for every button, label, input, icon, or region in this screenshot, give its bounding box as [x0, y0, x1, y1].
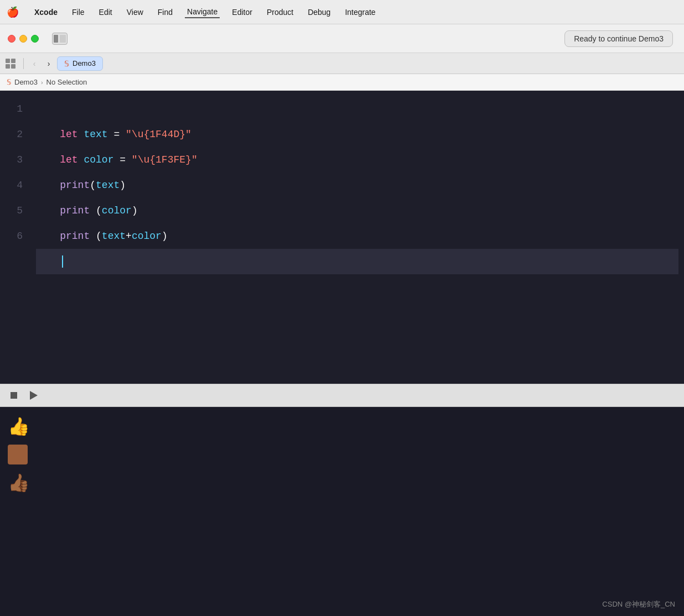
menu-find[interactable]: Find: [156, 7, 175, 18]
breadcrumb-separator: ›: [41, 79, 43, 86]
menu-xcode[interactable]: Xcode: [32, 7, 60, 18]
sidebar-toggle-icon: [54, 35, 66, 43]
text-cursor: [62, 255, 63, 268]
close-button[interactable]: [8, 35, 15, 43]
output-color-swatch: [8, 445, 28, 464]
breadcrumb: 𝕊 Demo3 › No Selection: [0, 74, 684, 91]
code-line-6: print (text+color): [36, 223, 678, 249]
line-number-6: 6: [0, 223, 23, 249]
play-icon: [30, 391, 38, 400]
continue-button[interactable]: [28, 389, 40, 401]
tab-demo3[interactable]: 𝕊 Demo3: [57, 56, 103, 71]
tab-bar: ‹ › 𝕊 Demo3: [0, 53, 684, 74]
watermark: CSDN @神秘剑客_CN: [602, 599, 675, 609]
line-numbers: 1 2 3 4 5 6: [0, 96, 30, 378]
swift-file-icon: 𝕊: [64, 59, 69, 68]
stop-icon: [11, 392, 17, 399]
forward-button[interactable]: ›: [43, 58, 55, 70]
code-line-1: [36, 96, 678, 122]
debug-toolbar: [0, 384, 684, 407]
code-line-3: let color = "\u{1F3FE}": [36, 147, 678, 173]
code-content: 1 2 3 4 5 6 let text = "\u{1F44D}" let c…: [0, 91, 684, 384]
line-number-3: 3: [0, 147, 23, 173]
build-status: Ready to continue Demo3: [564, 30, 673, 47]
code-line-2: let text = "\u{1F44D}": [36, 122, 678, 147]
line-number-2: 2: [0, 122, 23, 147]
menu-view[interactable]: View: [125, 7, 146, 18]
code-editor[interactable]: 1 2 3 4 5 6 let text = "\u{1F44D}" let c…: [0, 91, 684, 384]
code-line-4: print(text): [36, 173, 678, 198]
menu-debug[interactable]: Debug: [305, 7, 333, 18]
code-lines[interactable]: let text = "\u{1F44D}" let color = "\u{1…: [30, 96, 684, 378]
code-line-5: print (color): [36, 198, 678, 223]
stop-button[interactable]: [8, 389, 20, 401]
breadcrumb-project[interactable]: Demo3: [14, 78, 38, 86]
output-thumbsup-dark: 👍🏾: [8, 472, 676, 493]
sidebar-toggle-button[interactable]: [52, 33, 68, 45]
code-line-7: [36, 249, 678, 274]
line-number-1: 1: [0, 96, 23, 122]
line-number-4: 4: [0, 173, 23, 198]
separator: [23, 58, 24, 69]
apple-menu[interactable]: 🍎: [7, 6, 19, 18]
console-output-area: 👍 👍🏾 CSDN @神秘剑客_CN: [0, 407, 684, 616]
menu-navigate[interactable]: Navigate: [185, 6, 220, 18]
tab-label: Demo3: [72, 59, 96, 67]
menu-file[interactable]: File: [70, 7, 87, 18]
line-number-5: 5: [0, 198, 23, 223]
menu-product[interactable]: Product: [265, 7, 296, 18]
scheme-picker-icon[interactable]: [6, 59, 15, 69]
back-button[interactable]: ‹: [28, 58, 40, 70]
app-window: 🍎 Xcode File Edit View Find Navigate Edi…: [0, 0, 684, 616]
menu-edit[interactable]: Edit: [97, 7, 115, 18]
output-thumbsup-light: 👍: [8, 416, 676, 437]
console-output: 👍 👍🏾: [8, 416, 676, 494]
maximize-button[interactable]: [31, 35, 39, 43]
project-swift-icon: 𝕊: [7, 78, 11, 86]
toolbar: Ready to continue Demo3: [0, 24, 684, 53]
traffic-lights: [8, 35, 39, 43]
line-number-7: [0, 249, 23, 274]
menu-integrate[interactable]: Integrate: [343, 7, 377, 18]
breadcrumb-selection[interactable]: No Selection: [46, 78, 87, 86]
sidebar-bar-left: [54, 35, 58, 43]
menu-bar: 🍎 Xcode File Edit View Find Navigate Edi…: [0, 0, 684, 24]
sidebar-bar-right: [60, 35, 66, 43]
minimize-button[interactable]: [19, 35, 27, 43]
menu-editor[interactable]: Editor: [230, 7, 255, 18]
